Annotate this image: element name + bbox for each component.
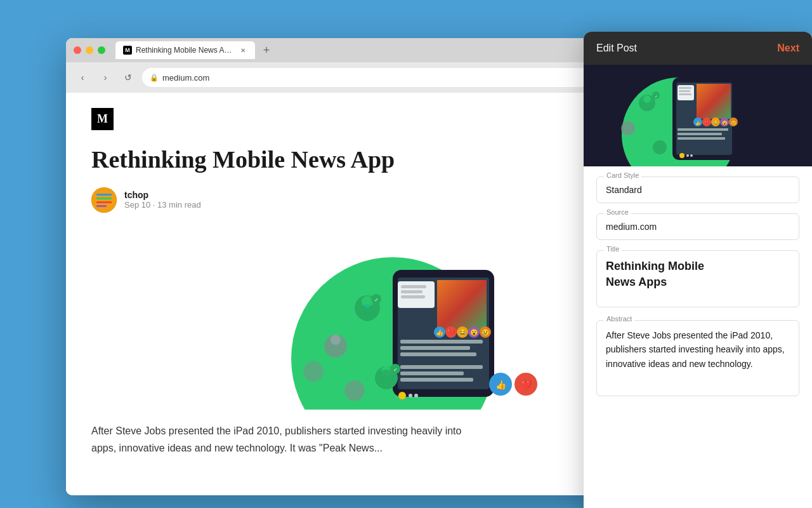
source-input[interactable] [596, 213, 799, 240]
medium-logo: M [91, 108, 114, 130]
svg-rect-62 [679, 93, 691, 95]
svg-text:😢: 😢 [481, 328, 490, 337]
svg-rect-60 [679, 87, 691, 89]
article-illustration: 👍 ❤️ 😂 😮 😢 [266, 232, 545, 410]
svg-point-51 [409, 394, 412, 398]
source-field: Source [596, 213, 799, 240]
svg-rect-25 [400, 346, 470, 350]
svg-text:😢: 😢 [731, 120, 737, 126]
title-textarea[interactable]: Rethinking Mobile News Apps [596, 250, 799, 307]
next-button[interactable]: Next [777, 43, 799, 54]
svg-rect-9 [437, 280, 487, 331]
svg-text:❤️: ❤️ [704, 120, 710, 126]
svg-point-33 [365, 304, 369, 308]
svg-point-0 [91, 187, 117, 213]
panel-form: Card Style Source Title Rethinking Mobil… [584, 166, 812, 508]
abstract-label: Abstract [604, 315, 634, 323]
title-label: Title [604, 245, 622, 253]
svg-text:👍: 👍 [695, 120, 701, 126]
svg-text:✓: ✓ [655, 95, 658, 98]
svg-rect-75 [678, 137, 725, 140]
svg-point-52 [414, 394, 418, 398]
author-info: tchop Sep 10 · 13 min read [124, 190, 201, 210]
maximize-window-button[interactable] [98, 46, 105, 54]
svg-text:❤️: ❤️ [521, 380, 532, 391]
svg-point-50 [398, 392, 406, 399]
panel-header: Edit Post Next [584, 32, 812, 65]
svg-rect-11 [401, 285, 426, 288]
svg-text:✓: ✓ [374, 297, 379, 303]
card-style-field: Card Style [596, 177, 799, 203]
minimize-window-button[interactable] [86, 46, 93, 54]
svg-text:😮: 😮 [722, 120, 728, 126]
tab-title: Rethinking Mobile News Apps - [136, 46, 235, 55]
title-field: Title Rethinking Mobile News Apps [596, 250, 799, 310]
svg-point-82 [679, 153, 684, 158]
svg-rect-2 [96, 197, 112, 199]
traffic-lights [74, 46, 105, 54]
abstract-textarea[interactable]: After Steve Jobs presented the iPad 2010… [596, 320, 799, 396]
svg-rect-74 [678, 133, 722, 135]
svg-rect-58 [697, 84, 731, 119]
svg-rect-3 [96, 201, 112, 203]
article-body: After Steve Jobs presented the iPad 2010… [91, 422, 485, 457]
close-window-button[interactable] [74, 46, 81, 54]
svg-point-37 [331, 335, 341, 345]
svg-point-80 [621, 121, 635, 135]
svg-rect-13 [401, 295, 425, 298]
medium-logo-text: M [97, 112, 108, 126]
svg-text:❤️: ❤️ [447, 328, 455, 337]
panel-image-preview: 👍 ❤️ 😂 😮 😢 ✓ [584, 65, 812, 166]
back-button[interactable]: ‹ [74, 69, 91, 86]
article-title: Rethinking Mobile News App [91, 145, 485, 175]
svg-rect-26 [400, 352, 476, 356]
svg-rect-61 [679, 90, 690, 92]
url-text: medium.com [162, 73, 209, 83]
card-style-input[interactable] [596, 177, 799, 203]
refresh-button[interactable]: ↺ [119, 69, 137, 86]
abstract-field: Abstract After Steve Jobs presented the … [596, 320, 799, 399]
svg-rect-28 [400, 371, 464, 375]
svg-point-77 [643, 95, 651, 103]
svg-point-81 [653, 140, 667, 154]
forward-button[interactable]: › [96, 69, 114, 86]
svg-text:😮: 😮 [470, 328, 478, 337]
svg-rect-29 [400, 378, 473, 382]
svg-point-84 [690, 154, 693, 157]
svg-point-44 [303, 361, 324, 382]
svg-text:😂: 😂 [459, 328, 467, 337]
active-tab[interactable]: M Rethinking Mobile News Apps - ✕ [115, 41, 255, 59]
svg-rect-1 [96, 194, 112, 196]
svg-text:👍: 👍 [436, 328, 444, 337]
svg-rect-27 [400, 365, 483, 369]
author-name: tchop [124, 190, 201, 200]
new-tab-button[interactable]: + [258, 41, 275, 59]
svg-point-43 [344, 380, 365, 401]
svg-rect-12 [401, 290, 422, 293]
svg-point-83 [686, 154, 689, 157]
svg-rect-24 [400, 340, 483, 344]
author-meta: Sep 10 · 13 min read [124, 200, 201, 210]
svg-text:👍: 👍 [495, 380, 507, 391]
svg-rect-4 [96, 205, 107, 207]
tab-favicon: M [123, 46, 132, 55]
panel-title: Edit Post [596, 43, 637, 54]
card-style-label: Card Style [604, 171, 641, 179]
lock-icon: 🔒 [150, 74, 159, 82]
article-body-text: After Steve Jobs presented the iPad 2010… [91, 422, 485, 457]
svg-rect-73 [678, 128, 728, 131]
tab-close-button[interactable]: ✕ [239, 46, 247, 55]
svg-text:😂: 😂 [713, 120, 719, 126]
edit-panel: Edit Post Next [584, 32, 812, 508]
author-avatar [91, 187, 117, 213]
svg-text:✓: ✓ [393, 367, 398, 373]
source-label: Source [604, 208, 631, 216]
